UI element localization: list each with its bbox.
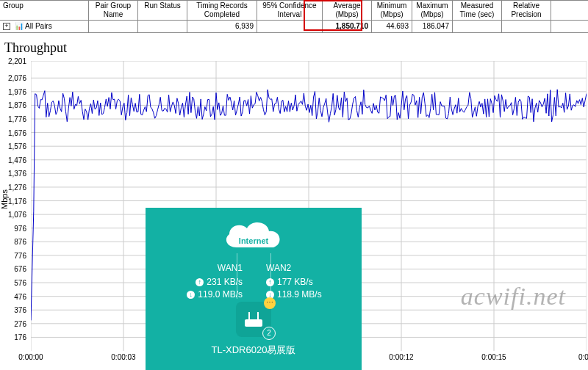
row-group-cell: + 📊 All Pairs [0,21,89,32]
svg-rect-28 [245,319,262,327]
chart-title: Throughput [4,40,67,56]
row-label: All Pairs [25,22,52,30]
cell-measured [453,21,502,32]
up-arrow-icon: ↑ [266,278,274,286]
stats-data-row[interactable]: + 📊 All Pairs 6,939 1,850.710 44.693 186… [0,21,588,33]
col-timing-records: Timing Records Completed [187,1,257,20]
col-average-mbps: Average (Mbps) [323,1,372,20]
cell-timing-records: 6,939 [187,21,257,32]
col-group: Group [0,1,89,20]
cell-minimum: 44.693 [372,21,412,32]
wan1-stats: WAN1 ↑231 KB/s ↓119.0 MB/s [179,262,243,301]
cell-pair [89,21,138,32]
stats-header-row: Group Pair Group Name Run Status Timing … [0,0,588,21]
col-run-status: Run Status [138,1,187,20]
router-glyph [243,311,264,328]
col-relative-precision: Relative Precision [502,1,551,20]
router-count-badge: 2 [262,327,276,340]
expand-icon[interactable]: + [3,23,10,30]
wan1-down: ↓119.0 MB/s [179,289,243,301]
wan2-down: ↓118.9 MB/s [266,289,340,301]
watermark-text: acwifi.net [461,283,566,311]
wan2-stats: WAN2 ↑177 KB/s ↓118.9 MB/s [266,262,340,301]
router-device-name: TL-XDR6020易展版 [146,344,362,356]
wan2-label: WAN2 [266,262,340,275]
cell-precision [502,21,551,32]
cloud-label: Internet [239,236,268,245]
cell-average: 1,850.710 [323,21,372,32]
router-icon[interactable]: ⋯ 2 [236,302,271,337]
cell-ci [257,21,323,32]
col-pair-group: Pair Group Name [89,1,138,20]
wan2-up: ↑177 KB/s [266,276,340,289]
col-measured-time: Measured Time (sec) [453,1,502,20]
router-menu-badge[interactable]: ⋯ [264,297,276,309]
y-axis-ticks: 2,2012,0761,9761,8761,7761,6761,5761,476… [0,61,29,351]
down-arrow-icon: ↓ [187,291,195,299]
throughput-chart: Throughput Mbps 2,2012,0761,9761,8761,77… [0,40,588,370]
cell-maximum: 186.047 [412,21,453,32]
col-minimum-mbps: Minimum (Mbps) [372,1,412,20]
col-confidence-interval: 95% Confidence Interval [257,1,323,20]
up-arrow-icon: ↑ [196,278,204,286]
router-status-widget: Internet WAN1 ↑231 KB/s ↓119.0 MB/s WAN2… [146,208,362,370]
col-maximum-mbps: Maximum (Mbps) [412,1,453,20]
wan1-up: ↑231 KB/s [179,276,243,289]
cell-run [138,21,187,32]
cloud-icon [220,218,287,253]
chart-icon: 📊 [15,22,24,30]
wan1-label: WAN1 [179,262,243,275]
